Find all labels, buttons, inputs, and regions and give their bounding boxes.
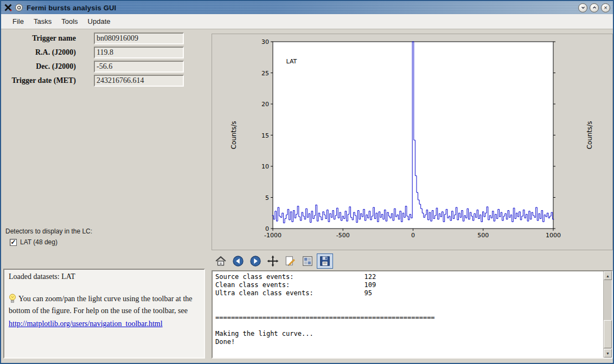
svg-text:10: 10 <box>261 163 269 170</box>
zoom-button[interactable] <box>282 253 298 269</box>
scrollbar-thumb[interactable] <box>604 320 612 348</box>
svg-text:0: 0 <box>265 225 269 232</box>
console-scrollbar[interactable]: ▲ ▼ <box>603 271 612 358</box>
back-arrow-icon <box>232 255 244 267</box>
info-box: Loaded datasets: LAT You can zoom/pan th… <box>3 269 205 359</box>
window-menu-button[interactable] <box>15 4 23 11</box>
svg-text:1000: 1000 <box>546 232 561 239</box>
scroll-down-button[interactable]: ▼ <box>604 349 612 358</box>
save-floppy-icon <box>319 255 331 267</box>
menu-tools[interactable]: Tools <box>56 15 82 28</box>
svg-text:30: 30 <box>261 38 269 46</box>
svg-text:25: 25 <box>261 70 269 77</box>
console-text[interactable]: Source class events: 122 Clean class eve… <box>213 271 603 358</box>
menu-file[interactable]: File <box>8 15 29 28</box>
close-button[interactable]: × <box>601 3 610 12</box>
matplotlib-link[interactable]: http://matplotlib.org/users/navigation_t… <box>9 320 200 328</box>
app-window: Fermi bursts analysis GUI × File Tasks T… <box>0 0 614 364</box>
ra-field[interactable] <box>94 47 184 58</box>
titlebar[interactable]: Fermi bursts analysis GUI × <box>1 1 613 14</box>
back-button[interactable] <box>230 253 246 269</box>
app-icon <box>4 3 12 12</box>
detectors-heading: Detectors to display in the LC: <box>5 227 92 235</box>
menubar: File Tasks Tools Update <box>1 14 613 29</box>
dec-field[interactable] <box>94 61 184 73</box>
scroll-up-button[interactable]: ▲ <box>604 271 612 280</box>
checkbox-check-icon: ✓ <box>10 239 17 246</box>
svg-text:20: 20 <box>261 101 269 108</box>
zoom-rect-icon <box>284 255 296 267</box>
svg-text:500: 500 <box>477 232 489 239</box>
dec-label: Dec. (J2000) <box>5 61 76 73</box>
lat-detector-checkbox[interactable]: ✓ LAT (48 deg) <box>10 238 57 246</box>
lat-checkbox-label: LAT (48 deg) <box>20 238 57 246</box>
svg-text:Counts/s: Counts/s <box>586 121 593 149</box>
subplots-icon <box>302 255 314 267</box>
chevron-up-icon <box>592 5 597 10</box>
pin-icon <box>17 5 21 10</box>
home-icon <box>215 255 227 267</box>
trigger-name-label: Trigger name <box>5 32 76 44</box>
svg-text:5: 5 <box>265 194 269 202</box>
tip-paragraph: You can zoom/pan the light curve using t… <box>9 293 200 316</box>
forward-button[interactable] <box>247 253 264 269</box>
close-icon: × <box>604 5 607 11</box>
svg-text:-500: -500 <box>336 232 350 239</box>
save-button[interactable] <box>317 253 333 269</box>
subplots-button[interactable] <box>299 253 316 269</box>
home-button[interactable] <box>213 253 229 269</box>
lightbulb-icon <box>9 294 16 303</box>
svg-text:-1000: -1000 <box>264 232 282 239</box>
forward-arrow-icon <box>250 255 261 267</box>
pan-icon <box>267 255 279 267</box>
svg-text:15: 15 <box>261 132 269 139</box>
menu-tasks[interactable]: Tasks <box>29 15 56 28</box>
window-title: Fermi bursts analysis GUI <box>27 4 116 12</box>
trigger-date-label: Trigger date (MET) <box>5 75 76 87</box>
shade-button[interactable] <box>578 3 587 12</box>
mpl-toolbar <box>212 252 613 269</box>
svg-text:Counts/s: Counts/s <box>230 121 238 149</box>
chevron-down-icon <box>580 5 586 10</box>
trigger-date-field[interactable] <box>94 75 184 87</box>
svg-text:0: 0 <box>411 232 415 239</box>
maximize-button[interactable] <box>590 3 599 12</box>
arrow-down-icon: ▼ <box>606 352 610 355</box>
console-panel: Source class events: 122 Clean class eve… <box>212 270 613 359</box>
light-curve-figure[interactable]: -1000-50005001000051015202530LATCounts/s… <box>212 34 613 250</box>
trigger-name-field[interactable] <box>94 32 184 44</box>
light-curve-canvas[interactable]: -1000-50005001000051015202530LATCounts/s… <box>212 34 612 250</box>
tip-text: You can zoom/pan the light curve using t… <box>9 295 193 315</box>
menu-update[interactable]: Update <box>83 15 116 28</box>
svg-text:LAT: LAT <box>286 58 297 65</box>
loaded-datasets-text: Loaded datasets: LAT <box>9 272 200 281</box>
pan-button[interactable] <box>265 253 281 269</box>
arrow-up-icon: ▲ <box>606 274 610 278</box>
ra-label: R.A. (J2000) <box>5 47 76 58</box>
